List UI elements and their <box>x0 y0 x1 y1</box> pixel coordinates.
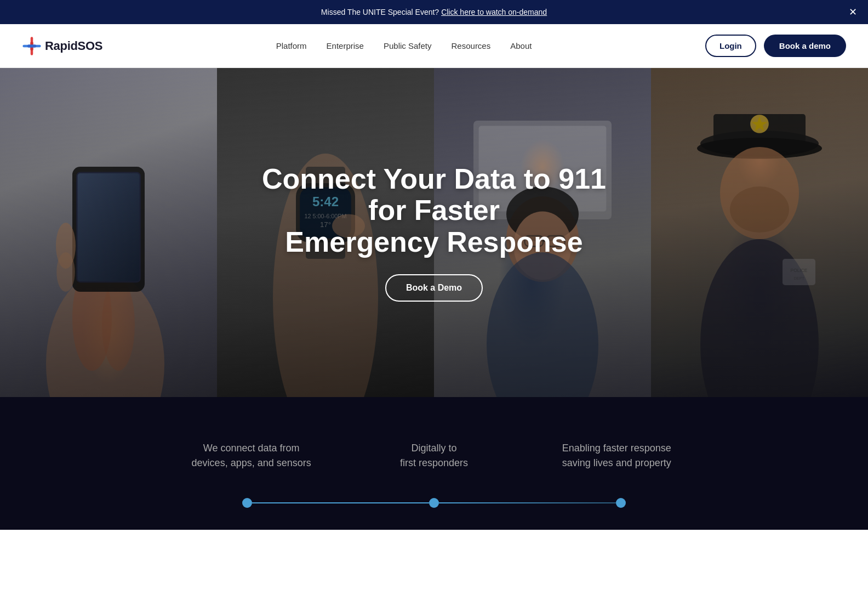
stat-item-2: Enabling faster response saving lives an… <box>526 430 708 482</box>
nav-enterprise[interactable]: Enterprise <box>327 41 364 50</box>
stat-text-2: Enabling faster response saving lives an… <box>536 441 697 471</box>
nav-platform[interactable]: Platform <box>276 41 307 50</box>
progress-dot-2[interactable] <box>616 498 626 508</box>
svg-rect-3 <box>27 44 36 47</box>
nav-about[interactable]: About <box>510 41 532 50</box>
stat-item-0: We connect data from devices, apps, and … <box>160 430 342 482</box>
nav-links: Platform Enterprise Public Safety Resour… <box>276 41 532 50</box>
stat-text-1: Digitally to first responders <box>353 441 514 471</box>
announcement-text: Missed The UNITE Special Event? <box>321 8 439 16</box>
announcement-close-button[interactable]: ✕ <box>849 7 857 17</box>
hero-cta-button[interactable]: Book a Demo <box>385 274 483 302</box>
hero-section: 5:42 12 5:00-6:00PM 17° <box>0 68 868 397</box>
nav-actions: Login Book a demo <box>705 35 846 57</box>
progress-line-1 <box>252 502 429 503</box>
announcement-link[interactable]: Click here to watch on-demand <box>441 8 547 16</box>
stat-item-1: Digitally to first responders <box>342 430 525 482</box>
logo[interactable]: RapidSOS <box>22 36 102 56</box>
nav-resources[interactable]: Resources <box>452 41 491 50</box>
hero-title: Connect Your Data to 911 for Faster Emer… <box>242 163 626 258</box>
hero-overlay: Connect Your Data to 911 for Faster Emer… <box>0 68 868 397</box>
navbar: RapidSOS Platform Enterprise Public Safe… <box>0 24 868 68</box>
announcement-bar: Missed The UNITE Special Event? Click he… <box>0 0 868 24</box>
logo-icon <box>22 36 42 56</box>
stat-text-0: We connect data from devices, apps, and … <box>171 441 332 471</box>
progress-dot-0[interactable] <box>242 498 252 508</box>
stats-section: We connect data from devices, apps, and … <box>0 397 868 530</box>
logo-text: RapidSOS <box>45 39 102 53</box>
progress-track <box>242 498 626 508</box>
progress-dot-1[interactable] <box>429 498 439 508</box>
book-demo-button[interactable]: Book a demo <box>764 35 846 57</box>
login-button[interactable]: Login <box>705 35 756 57</box>
stats-grid: We connect data from devices, apps, and … <box>160 430 708 482</box>
progress-line-2 <box>439 502 616 503</box>
nav-public-safety[interactable]: Public Safety <box>384 41 432 50</box>
